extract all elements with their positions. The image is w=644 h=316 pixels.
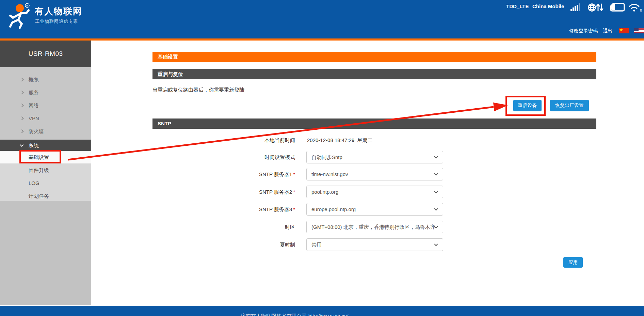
- chevron-right-icon: [20, 91, 23, 94]
- footer-company-text: 济南有人物联网技术有限公司 http://www.usr.cn/: [0, 313, 589, 316]
- chevron-down-icon: [20, 143, 23, 146]
- brand-title: 有人物联网: [35, 5, 82, 17]
- page: R 有人物联网 工业物联网通信专家 TDD_LTE China Mobile: [0, 0, 644, 316]
- china-flag-icon[interactable]: ★: [619, 28, 629, 33]
- restart-note: 当重启或复位路由器后，你需要重新登陆: [152, 87, 244, 93]
- field-label-timezone: 时区: [170, 221, 295, 233]
- wifi-badge: 0: [640, 8, 642, 12]
- chevron-right-icon: [20, 129, 23, 133]
- required-marker: *: [293, 171, 295, 177]
- required-marker: *: [293, 206, 295, 212]
- field-label-local-time: 本地当前时间: [170, 137, 295, 144]
- field-label-sntp-server3: SNTP 服务器3*: [170, 203, 295, 216]
- sidebar-subitem-scheduled-tasks[interactable]: 计划任务: [0, 190, 91, 202]
- usa-flag-icon[interactable]: [634, 28, 644, 33]
- device-name: USR-RM03: [0, 41, 91, 67]
- sidebar-item-firewall[interactable]: 防火墙: [0, 125, 91, 138]
- carrier-label: China Mobile: [532, 3, 564, 9]
- restart-section-title: 重启与复位: [152, 69, 596, 79]
- chevron-right-icon: [20, 116, 23, 120]
- sntp-server3-select[interactable]: europe.pool.ntp.org: [306, 203, 443, 216]
- required-marker: *: [293, 189, 295, 195]
- sidebar-subitem-log[interactable]: LOG: [0, 177, 91, 189]
- sidebar-item-vpn[interactable]: VPN: [0, 112, 91, 125]
- logout-link[interactable]: 退出: [603, 28, 612, 34]
- change-password-link[interactable]: 修改登录密码: [569, 28, 598, 34]
- local-time-value: 2020-12-08 18:47:29 星期二: [307, 137, 373, 144]
- sntp-server1-select[interactable]: time-nw.nist.gov: [306, 168, 443, 180]
- footer: 济南有人物联网技术有限公司 http://www.usr.cn/: [0, 306, 644, 316]
- sim-card-icon: [610, 3, 625, 13]
- time-mode-select[interactable]: 自动同步Sntp: [306, 151, 443, 163]
- registered-mark: R: [26, 4, 28, 7]
- signal-strength-icon: [570, 3, 581, 13]
- page-title: 基础设置: [152, 52, 596, 62]
- sntp-server2-select[interactable]: pool.ntp.org: [306, 186, 443, 198]
- sidebar-subitem-basic-settings[interactable]: 基础设置: [0, 151, 91, 163]
- factory-reset-button[interactable]: 恢复出厂设置: [550, 100, 589, 111]
- dst-select[interactable]: 禁用: [306, 238, 443, 251]
- timezone-select[interactable]: (GMT+08:00) 北京，重庆，香港特别行政区，乌鲁木齐: [306, 221, 443, 233]
- sidebar-item-network[interactable]: 网络: [0, 99, 91, 112]
- chevron-right-icon: [20, 104, 23, 107]
- restart-device-button[interactable]: 重启设备: [513, 100, 542, 111]
- field-label-time-mode: 时间设置模式: [170, 151, 295, 163]
- sidebar-item-services[interactable]: 服务: [0, 86, 91, 99]
- sidebar-item-system[interactable]: 系统: [0, 140, 91, 151]
- data-globe-icon: [588, 3, 603, 14]
- field-label-sntp-server1: SNTP 服务器1*: [170, 168, 295, 180]
- sidebar-item-overview[interactable]: 概览: [0, 73, 91, 86]
- accent-divider: [0, 38, 644, 41]
- field-label-sntp-server2: SNTP 服务器2*: [170, 186, 295, 198]
- network-type-label: TDD_LTE: [506, 3, 529, 9]
- apply-button[interactable]: 应用: [563, 257, 583, 268]
- wifi-icon: 0: [628, 3, 643, 14]
- sidebar-subitem-firmware-upgrade[interactable]: 固件升级: [0, 164, 91, 176]
- annotation-arrow-head: [493, 102, 508, 111]
- usr-logo-icon: R: [5, 3, 33, 31]
- sntp-section-title: SNTP: [152, 118, 596, 129]
- sidebar-filler: [0, 201, 91, 305]
- top-header: R 有人物联网 工业物联网通信专家 TDD_LTE China Mobile: [0, 0, 644, 38]
- chevron-right-icon: [20, 78, 23, 81]
- sidebar: USR-RM03 概览 服务 网络 VPN 防火墙 系统 基础设置: [0, 41, 91, 305]
- field-label-dst: 夏时制: [170, 238, 295, 251]
- brand-subtitle: 工业物联网通信专家: [35, 18, 78, 25]
